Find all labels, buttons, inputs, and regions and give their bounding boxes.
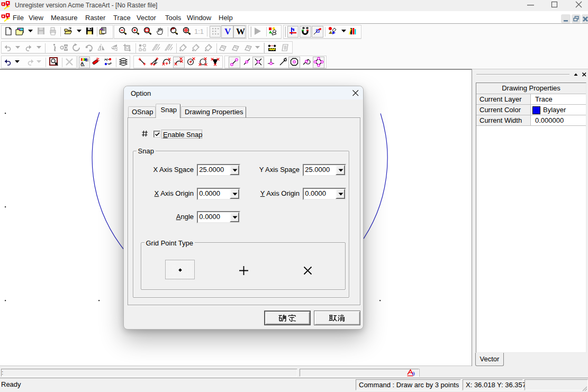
svg-text:θ: θ	[412, 370, 415, 377]
